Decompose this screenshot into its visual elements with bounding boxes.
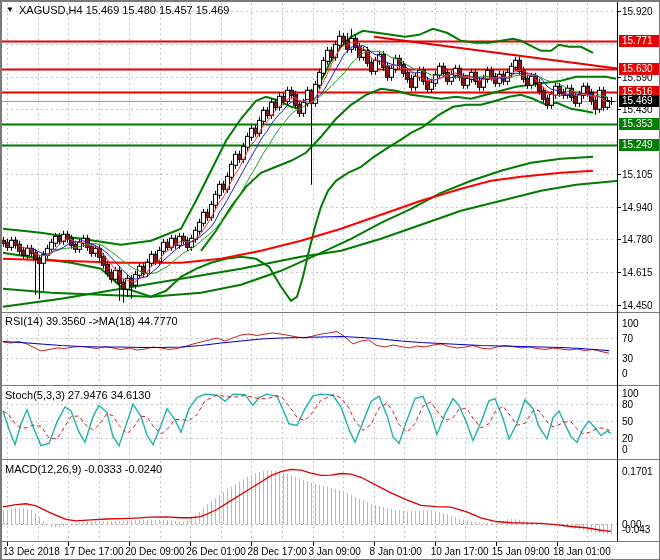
date-axis-label[interactable]: 15 Jan 09:00 <box>492 546 550 557</box>
stoch-axis-label: 80 <box>622 399 633 410</box>
date-axis-label[interactable]: 17 Dec 17:00 <box>64 546 124 557</box>
trading-chart-window: ▼ XAGUSD,H4 15.469 15.480 15.457 15.469 … <box>0 0 660 560</box>
stoch-indicator-label: Stoch(5,3,3) 27.9476 34.6130 <box>5 389 151 401</box>
stoch-axis-label: 20 <box>622 433 633 444</box>
date-axis-label[interactable]: 8 Jan 01:00 <box>370 546 422 557</box>
stoch-axis-label: 100 <box>622 388 639 399</box>
price-axis-label: 15.105 <box>622 169 653 180</box>
price-axis-label: 14.940 <box>622 202 653 213</box>
rsi-axis-label: 30 <box>622 353 633 364</box>
macd-axis-label: 0.1701 <box>622 466 653 477</box>
stoch-axis-label: 50 <box>622 416 633 427</box>
date-axis-label[interactable]: 20 Dec 09:00 <box>125 546 185 557</box>
price-axis-label: 14.450 <box>622 300 653 311</box>
price-axis-label: 14.615 <box>622 267 653 278</box>
support-level-2-badge[interactable]: 15.249 <box>619 139 660 151</box>
date-axis-label[interactable]: 3 Jan 09:00 <box>309 546 361 557</box>
date-axis-label[interactable]: 28 Dec 17:00 <box>247 546 307 557</box>
stoch-axis-label: 0 <box>622 444 628 455</box>
chart-canvas[interactable] <box>1 1 660 560</box>
resistance-level-2-badge[interactable]: 15.630 <box>619 63 660 75</box>
macd-indicator-label: MACD(12,26,9) -0.0333 -0.0240 <box>5 463 162 475</box>
rsi-axis-label: 0 <box>622 368 628 379</box>
rsi-axis-label: 70 <box>622 333 633 344</box>
current-price-badge[interactable]: 15.469 <box>619 95 660 107</box>
macd-axis-label: -0.043 <box>622 524 650 535</box>
price-axis-label: 14.780 <box>622 234 653 245</box>
date-axis-label[interactable]: 13 Dec 2018 <box>3 546 60 557</box>
chart-title-ohlc: XAGUSD,H4 15.469 15.480 15.457 15.469 <box>19 4 229 16</box>
price-axis-label: 15.920 <box>622 6 653 17</box>
date-axis-label[interactable]: 26 Dec 01:00 <box>186 546 246 557</box>
support-level-1-badge[interactable]: 15.353 <box>619 118 660 130</box>
collapse-triangle-icon[interactable]: ▼ <box>6 5 14 14</box>
rsi-indicator-label: RSI(14) 39.3560 ->MA(18) 44.7770 <box>5 315 178 327</box>
resistance-level-1-badge[interactable]: 15.771 <box>619 35 660 47</box>
date-axis-label[interactable]: 18 Jan 01:00 <box>553 546 611 557</box>
rsi-axis-label: 100 <box>622 318 639 329</box>
date-axis-label[interactable]: 10 Jan 17:00 <box>431 546 489 557</box>
